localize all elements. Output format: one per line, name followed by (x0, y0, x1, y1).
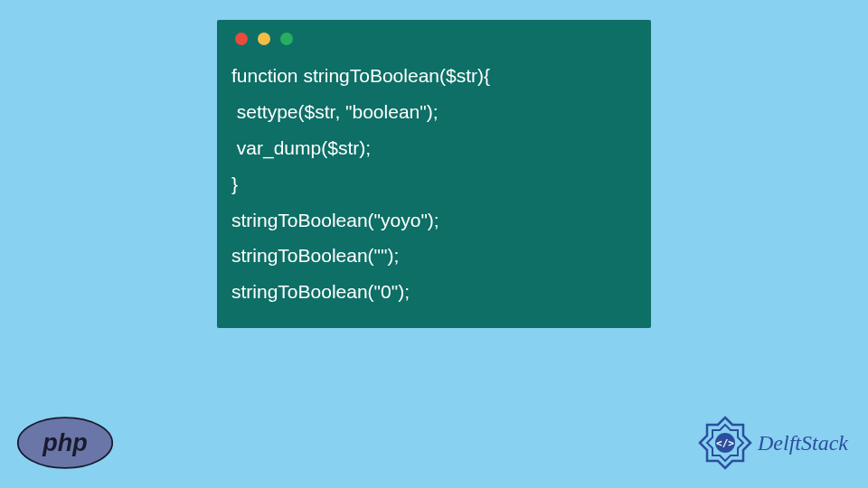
delftstack-brand: </> DelftStack (696, 414, 848, 472)
code-window: function stringToBoolean($str){ settype(… (217, 20, 651, 328)
maximize-icon (280, 33, 293, 45)
minimize-icon (258, 33, 270, 45)
window-titlebar (231, 33, 637, 45)
php-text: php (42, 429, 87, 456)
delftstack-label: DelftStack (758, 431, 848, 455)
php-logo-icon: php (16, 416, 114, 470)
delftstack-icon: </> (696, 414, 754, 472)
code-block: function stringToBoolean($str){ settype(… (231, 58, 637, 310)
svg-text:</>: </> (716, 437, 734, 449)
close-icon (235, 33, 248, 45)
